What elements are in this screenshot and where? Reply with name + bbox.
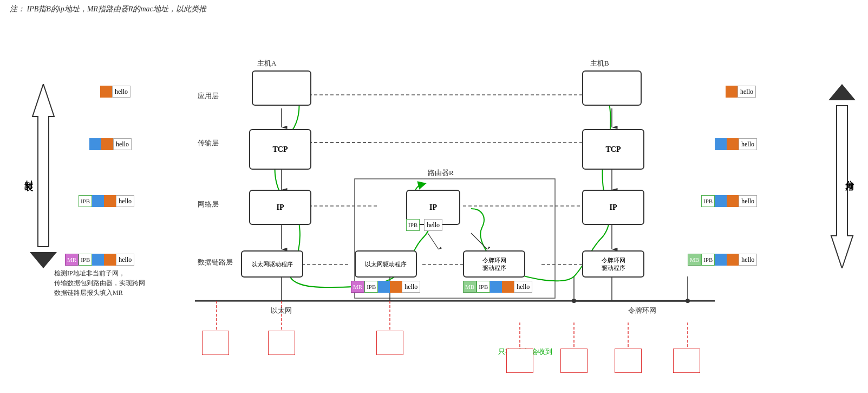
router-r-label: 路由器R bbox=[428, 168, 454, 178]
diagram: 注： IPB指B的ip地址，MR指路由器R的mac地址，以此类推 主机A 主机B… bbox=[0, 0, 868, 393]
host-a-app-box bbox=[252, 70, 311, 106]
pkt-token-router: MB IPB hello bbox=[463, 281, 532, 293]
host-b-tcp-box: TCP bbox=[582, 129, 644, 170]
token-ring-net-label: 令牌环网 bbox=[628, 306, 656, 315]
host-b-tcp-label: TCP bbox=[606, 145, 621, 154]
pkt-datalink-right: MB IPB hello bbox=[688, 254, 757, 266]
router-token-label: 令牌环网 驱动程序 bbox=[482, 256, 506, 272]
red-box-1 bbox=[202, 331, 229, 355]
pkt-router-ip: IPB hello bbox=[406, 219, 442, 231]
host-a-ip-label: IP bbox=[277, 203, 284, 212]
svg-line-32 bbox=[471, 233, 487, 249]
host-b-token-box: 令牌环网 驱动程序 bbox=[582, 250, 644, 278]
host-b-label: 主机B bbox=[590, 59, 609, 68]
pkt-network-right: IPB hello bbox=[701, 195, 757, 207]
svg-marker-36 bbox=[828, 84, 856, 100]
red-box-3 bbox=[376, 331, 403, 355]
router-token-box: 令牌环网 驱动程序 bbox=[463, 250, 525, 278]
svg-point-21 bbox=[572, 299, 576, 303]
host-a-eth-box: 以太网驱动程序 bbox=[241, 250, 303, 278]
ethernet-net-label: 以太网 bbox=[271, 306, 292, 315]
pkt-app-left: hello bbox=[100, 86, 130, 98]
layer-network: 网络层 bbox=[198, 199, 219, 209]
pkt-datalink-left: MR IPB hello bbox=[65, 254, 134, 266]
annotation-text: 检测IP地址非当前子网， 传输数据包到路由器，实现跨网 数据链路层报头填入MR bbox=[54, 268, 145, 298]
red-box-6 bbox=[615, 349, 642, 373]
red-box-7 bbox=[673, 349, 700, 373]
red-box-5 bbox=[560, 349, 588, 373]
layer-app: 应用层 bbox=[198, 91, 219, 101]
host-a-tcp-label: TCP bbox=[273, 145, 288, 154]
svg-marker-35 bbox=[831, 106, 853, 268]
router-eth-box: 以太网驱动程序 bbox=[355, 250, 417, 278]
pkt-network-left: IPB hello bbox=[79, 195, 134, 207]
pkt-app-right: hello bbox=[726, 86, 756, 98]
note-text: 注： IPB指B的ip地址，MR指路由器R的mac地址，以此类推 bbox=[10, 4, 206, 14]
host-a-ip-box: IP bbox=[249, 190, 311, 225]
pkt-transport-left: hello bbox=[89, 138, 132, 150]
encap-label: 封装 bbox=[23, 173, 34, 178]
host-b-ip-label: IP bbox=[610, 203, 617, 212]
svg-line-31 bbox=[428, 233, 439, 249]
layer-transport: 传输层 bbox=[198, 138, 219, 148]
router-ip-label: IP bbox=[429, 203, 437, 212]
red-box-4 bbox=[506, 349, 533, 373]
pkt-transport-right: hello bbox=[715, 138, 757, 150]
host-b-ip-box: IP bbox=[582, 190, 644, 225]
layer-datalink: 数据链路层 bbox=[198, 257, 233, 267]
red-box-2 bbox=[268, 331, 295, 355]
host-a-eth-label: 以太网驱动程序 bbox=[251, 260, 293, 268]
host-a-label: 主机A bbox=[257, 59, 276, 68]
router-eth-label: 以太网驱动程序 bbox=[365, 260, 407, 268]
pkt-eth-router: MR IPB hello bbox=[351, 281, 420, 293]
host-b-token-label: 令牌环网 驱动程序 bbox=[602, 256, 625, 272]
svg-marker-33 bbox=[32, 84, 54, 247]
svg-marker-34 bbox=[30, 252, 57, 268]
decap-label: 分用 bbox=[844, 173, 855, 178]
host-b-app-box bbox=[582, 70, 642, 106]
host-a-tcp-box: TCP bbox=[249, 129, 311, 170]
svg-point-22 bbox=[686, 299, 690, 303]
